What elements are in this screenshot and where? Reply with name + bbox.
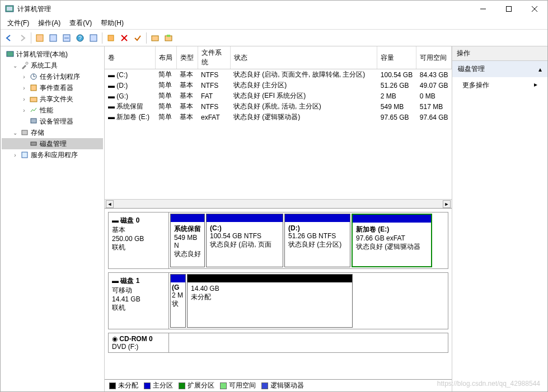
partition-selected[interactable]: 新加卷 (E:) 97.66 GB exFAT 状态良好 (逻辑驱动器 [352, 214, 432, 267]
svg-rect-24 [31, 85, 36, 91]
table-row[interactable]: ▬ (C:)简单基本NTFS状态良好 (启动, 页面文件, 故障转储, 主分区)… [105, 69, 452, 81]
partition[interactable]: (G 2 M 状 [170, 274, 186, 328]
log-icon [29, 83, 38, 92]
help-icon[interactable]: ? [74, 32, 86, 44]
disk-row[interactable]: ◉ CD-ROM 0 DVD (F:) [108, 333, 448, 353]
volume-icon: ▬ [108, 71, 115, 79]
toolbar-settings-icon[interactable] [105, 32, 117, 44]
partition[interactable]: (C:) 100.54 GB NTFS 状态良好 (启动, 页面 [206, 214, 283, 267]
cdrom-icon: ◉ [112, 335, 118, 343]
device-icon [29, 117, 38, 126]
tree-storage[interactable]: ⌄ 存储 [2, 127, 103, 138]
svg-rect-27 [22, 130, 27, 135]
expand-icon[interactable]: ▸ [534, 81, 537, 90]
legend: 未分配 主分区 扩展分区 可用空间 逻辑驱动器 [105, 379, 452, 391]
minimize-button[interactable] [470, 1, 496, 17]
tools-icon [20, 61, 29, 70]
svg-rect-26 [31, 119, 36, 123]
svg-rect-16 [152, 36, 158, 41]
expand-icon[interactable]: › [21, 96, 27, 102]
tree-root[interactable]: 计算机管理(本地) [2, 49, 103, 60]
col-capacity[interactable]: 容量 [377, 46, 416, 69]
toolbar-icon[interactable] [149, 32, 161, 44]
horizontal-scrollbar[interactable]: ◄ ► [105, 199, 452, 208]
title-bar: 计算机管理 [1, 1, 547, 17]
close-button[interactable] [522, 1, 547, 17]
table-row[interactable]: ▬ 新加卷 (E:)简单基本exFAT状态良好 (逻辑驱动器)97.65 GB9… [105, 112, 452, 122]
computer-icon [6, 50, 15, 59]
col-fs[interactable]: 文件系统 [198, 46, 230, 69]
table-row[interactable]: ▬ (G:)简单基本FAT状态良好 (EFI 系统分区)2 MB0 MB [105, 91, 452, 101]
tree-shared-folders[interactable]: › 共享文件夹 [2, 93, 103, 105]
maximize-button[interactable] [496, 1, 522, 17]
col-layout[interactable]: 布局 [155, 46, 176, 69]
partition[interactable]: 系统保留 549 MB N 状态良好 [170, 214, 205, 267]
tree-label: 事件查看器 [40, 83, 73, 93]
back-button[interactable] [3, 32, 15, 44]
expand-icon[interactable]: › [21, 74, 27, 80]
expand-icon[interactable]: › [12, 152, 18, 158]
expand-icon[interactable]: › [21, 107, 27, 114]
tree-task-scheduler[interactable]: › 任务计划程序 [2, 71, 103, 82]
tree-device-manager[interactable]: › 设备管理器 [2, 116, 103, 127]
col-volume[interactable]: 卷 [105, 46, 155, 69]
disk-graphical-view[interactable]: ▬ 磁盘 0 基本 250.00 GB 联机 系统保留 549 MB N 状态良… [105, 209, 452, 379]
actions-panel: 操作 磁盘管理 ▴ 更多操作 ▸ [452, 46, 547, 391]
forward-button[interactable] [16, 32, 29, 44]
toolbar-icon[interactable] [34, 32, 46, 44]
tree-performance[interactable]: › 性能 [2, 105, 103, 116]
watermark: https://blog.csdn.net/qq_42988544 [437, 380, 540, 388]
volume-icon: ▬ [108, 82, 115, 89]
tree-label: 计算机管理(本地) [16, 50, 68, 59]
menu-view[interactable]: 查看(V) [65, 17, 96, 29]
disk-icon: ▬ [112, 216, 119, 224]
tree-services[interactable]: › 服务和应用程序 [2, 149, 103, 160]
table-row[interactable]: ▬ (D:)简单基本NTFS状态良好 (主分区)51.26 GB49.07 GB [105, 80, 452, 91]
toolbar-icon[interactable] [162, 32, 175, 44]
actions-header: 操作 [452, 46, 547, 61]
delete-icon[interactable] [118, 32, 130, 44]
tree-system-tools[interactable]: ⌄ 系统工具 [2, 60, 103, 71]
perf-icon [29, 106, 38, 115]
menu-action[interactable]: 操作(A) [34, 17, 65, 29]
col-type[interactable]: 类型 [176, 46, 198, 69]
col-status[interactable]: 状态 [230, 46, 377, 69]
actions-more[interactable]: 更多操作 ▸ [452, 77, 547, 93]
toolbar-icon[interactable] [60, 32, 73, 44]
nav-tree[interactable]: 计算机管理(本地) ⌄ 系统工具 › 任务计划程序 › 事件查看器 › 共享文件… [1, 46, 105, 391]
window-title: 计算机管理 [17, 4, 470, 14]
main-area: 计算机管理(本地) ⌄ 系统工具 › 任务计划程序 › 事件查看器 › 共享文件… [1, 46, 547, 391]
scroll-right-icon[interactable]: ► [443, 200, 451, 208]
svg-rect-12 [90, 35, 97, 41]
check-icon[interactable] [132, 32, 144, 44]
toolbar-icon[interactable] [47, 32, 59, 44]
actions-section[interactable]: 磁盘管理 ▴ [452, 61, 547, 77]
col-free[interactable]: 可用空间 [416, 46, 452, 69]
collapse-icon[interactable]: ▴ [538, 65, 542, 73]
svg-rect-28 [31, 142, 36, 145]
menu-help[interactable]: 帮助(H) [96, 17, 128, 29]
collapse-icon[interactable]: ⌄ [12, 63, 18, 69]
svg-rect-19 [7, 51, 13, 56]
menu-file[interactable]: 文件(F) [3, 17, 34, 29]
tree-event-viewer[interactable]: › 事件查看器 [2, 82, 103, 93]
tree-label: 共享文件夹 [40, 95, 73, 104]
svg-rect-29 [22, 152, 27, 158]
collapse-icon[interactable]: ⌄ [12, 130, 18, 136]
partition[interactable]: (D:) 51.26 GB NTFS 状态良好 (主分区) [284, 214, 350, 267]
tree-label: 性能 [40, 106, 53, 115]
volume-list[interactable]: 卷 布局 类型 文件系统 状态 容量 可用空间 ▬ (C:)简单基本NTFS状态… [105, 46, 452, 209]
toolbar-icon[interactable] [87, 32, 100, 44]
clock-icon [29, 72, 38, 81]
disk-row[interactable]: ▬ 磁盘 1 可移动 14.41 GB 联机 (G 2 M 状 [108, 272, 448, 329]
scroll-left-icon[interactable]: ◄ [106, 200, 114, 208]
disk-label: ▬ 磁盘 1 可移动 14.41 GB 联机 [109, 273, 169, 329]
tree-label: 服务和应用程序 [31, 150, 78, 160]
tree-disk-management[interactable]: › 磁盘管理 [2, 138, 103, 149]
table-row[interactable]: ▬ 系统保留简单基本NTFS状态良好 (系统, 活动, 主分区)549 MB51… [105, 101, 452, 112]
partition-unallocated[interactable]: 14.40 GB 未分配 [187, 274, 353, 328]
expand-icon[interactable]: › [21, 85, 27, 91]
disk-icon: ▬ [112, 277, 119, 285]
disk-row[interactable]: ▬ 磁盘 0 基本 250.00 GB 联机 系统保留 549 MB N 状态良… [108, 212, 448, 269]
tree-label: 存储 [31, 128, 44, 138]
